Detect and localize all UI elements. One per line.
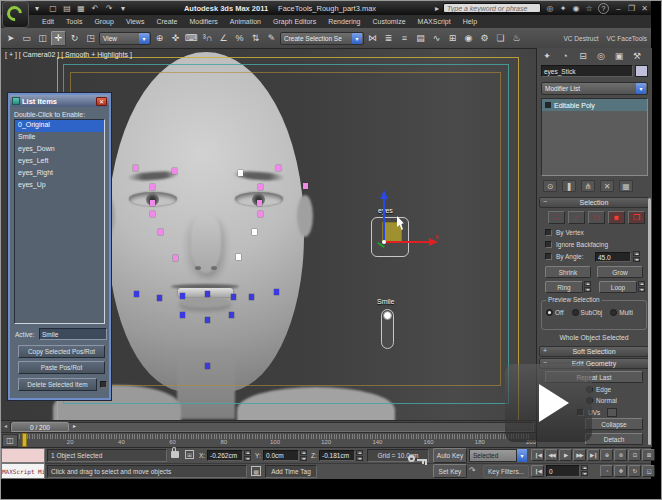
percent-snap-icon[interactable]: % — [232, 31, 247, 46]
vertex-marker[interactable] — [173, 255, 178, 261]
close-icon[interactable]: ✕ — [96, 97, 107, 106]
detach-button[interactable]: Detach — [585, 433, 643, 445]
subscription-center-icon[interactable]: ✦ — [557, 3, 569, 14]
modify-tab-icon[interactable]: ◔ — [557, 49, 573, 62]
chevron-down-icon[interactable]: ▾ — [517, 449, 527, 462]
gizmo-x-axis[interactable] — [385, 241, 429, 243]
object-name-field[interactable]: eyes_Stick — [541, 65, 633, 77]
selection-rollout-header[interactable]: −Selection — [539, 197, 649, 208]
vertex-marker[interactable] — [180, 293, 185, 299]
ignore-backfacing-checkbox[interactable] — [545, 241, 552, 248]
menu-group[interactable]: Group — [89, 17, 118, 26]
preview-option-multi[interactable]: Multi — [610, 309, 633, 316]
list-item[interactable]: eyes_Right — [15, 168, 104, 180]
reference-coordinate-dropdown[interactable]: View▾ — [99, 32, 151, 45]
menu-animation[interactable]: Animation — [225, 17, 266, 26]
grow-button[interactable]: Grow — [597, 266, 643, 278]
material-editor-icon[interactable]: ◉ — [461, 31, 476, 46]
schematic-view-icon[interactable]: ⊞ — [445, 31, 460, 46]
spinner-snap-icon[interactable]: ⇅ — [248, 31, 263, 46]
list-item[interactable]: 0_Original — [15, 120, 104, 132]
help-button[interactable]: ? — [598, 3, 609, 14]
search-input[interactable] — [443, 3, 541, 13]
by-vertex-checkbox[interactable] — [545, 229, 552, 236]
remove-modifier-icon[interactable]: ✕ — [600, 180, 614, 192]
time-slider-track[interactable] — [10, 422, 534, 432]
modifier-list-dropdown[interactable]: Modifier List▾ — [541, 82, 648, 95]
go-to-end-icon[interactable]: ▶❙ — [587, 449, 600, 461]
edit-named-selection-sets-icon[interactable]: ✎ — [264, 31, 279, 46]
viewport-label[interactable]: [ + ] [ Camera02 ] [ Smooth + Highlights… — [5, 51, 132, 58]
ring-spinner[interactable] — [584, 281, 591, 292]
select-and-rotate-icon[interactable]: ↻ — [67, 31, 82, 46]
vertex-marker[interactable] — [238, 170, 243, 176]
previous-frame-icon[interactable]: ◀◀ — [545, 449, 558, 461]
zoom-icon[interactable]: ⊕ — [600, 449, 613, 461]
menu-graph-editors[interactable]: Graph Editors — [268, 17, 321, 26]
polygon-subobject-icon[interactable]: ■ — [608, 211, 625, 224]
maximize-viewport-icon[interactable]: ◱ — [642, 465, 655, 477]
morph-target-list[interactable]: 0_OriginalSmileeyes_Downeyes_Lefteyes_Ri… — [14, 119, 105, 324]
zoom-all-icon[interactable]: ⊛ — [614, 449, 627, 461]
active-value-field[interactable]: Smile — [39, 328, 107, 340]
ring-button[interactable]: Ring — [545, 281, 583, 293]
zoom-region-icon[interactable]: ⊠ — [642, 449, 655, 461]
menu-help[interactable]: Help — [458, 17, 482, 26]
time-tag-icon[interactable]: ▦ — [251, 466, 261, 476]
object-color-swatch[interactable] — [635, 65, 648, 77]
vertex-marker[interactable] — [231, 294, 236, 300]
vertex-marker[interactable] — [205, 317, 210, 323]
vertex-marker[interactable] — [276, 165, 281, 171]
paste-posrot-button[interactable]: Paste Pos/Rot — [18, 361, 105, 374]
render-setup-icon[interactable]: ⚙ — [477, 31, 492, 46]
border-subobject-icon[interactable]: ◇ — [588, 211, 605, 224]
save-file-icon[interactable]: ▦ — [75, 3, 87, 14]
key-mode-toggle-icon[interactable]: ↷ — [469, 466, 476, 475]
loop-spinner[interactable] — [638, 281, 645, 292]
vertex-marker[interactable] — [249, 294, 254, 300]
show-end-result-icon[interactable]: ❚ — [562, 180, 576, 192]
preview-option-off[interactable]: Off — [546, 309, 564, 316]
render-icon[interactable]: ♨ — [509, 31, 524, 46]
vertex-marker[interactable] — [150, 184, 155, 190]
add-time-tag-field[interactable]: Add Time Tag — [265, 465, 317, 478]
collapse-button[interactable]: Collapse — [585, 418, 643, 430]
edge-subobject-icon[interactable]: ∕ — [568, 211, 585, 224]
menu-rendering[interactable]: Rendering — [323, 17, 365, 26]
delete-selected-item-button[interactable]: Delete Selected Item — [18, 378, 97, 391]
create-tab-icon[interactable]: ✦ — [539, 49, 555, 62]
motion-tab-icon[interactable]: ◎ — [593, 49, 609, 62]
preview-option-subobj[interactable]: SubObj — [572, 309, 603, 316]
x-coord-field[interactable]: -0.262cm — [207, 450, 243, 461]
copy-selected-posrot-button[interactable]: Copy Selected Pos/Rot — [18, 345, 105, 358]
vertex-marker[interactable] — [236, 254, 241, 260]
vertex-marker[interactable] — [274, 289, 279, 295]
y-spinner[interactable] — [300, 450, 307, 461]
smile-slider-knob[interactable] — [383, 311, 392, 320]
vertex-marker[interactable] — [180, 312, 185, 318]
delete-confirm-checkbox[interactable] — [100, 381, 107, 388]
time-slider-next-icon[interactable]: ▸ — [70, 422, 79, 432]
maxscript-mini-listener[interactable]: MAXScript Mi — [1, 463, 45, 479]
close-button[interactable]: ✕ — [638, 3, 651, 14]
dialog-title-bar[interactable]: List Items ✕ — [10, 95, 109, 107]
pin-stack-icon[interactable]: ⊙ — [543, 180, 557, 192]
mini-curve-editor-button[interactable]: ◫ — [2, 434, 18, 447]
list-item[interactable]: eyes_Down — [15, 144, 104, 156]
key-filters-button[interactable]: Key Filters... — [483, 465, 529, 478]
set-key-button[interactable]: Set Key — [433, 464, 467, 478]
select-object-icon[interactable]: ➤ — [3, 31, 18, 46]
zoom-extents-icon[interactable]: ⊡ — [628, 449, 641, 461]
vertex-marker[interactable] — [205, 363, 210, 369]
shrink-button[interactable]: Shrink — [545, 266, 591, 278]
menu-tools[interactable]: Tools — [61, 17, 87, 26]
angle-snap-icon[interactable]: ∠ — [216, 31, 231, 46]
display-tab-icon[interactable]: ▣ — [611, 49, 627, 62]
auto-key-button[interactable]: Auto Key — [433, 448, 467, 463]
vertex-marker[interactable] — [258, 211, 263, 217]
rendered-frame-window-icon[interactable]: ❏ — [493, 31, 508, 46]
menu-modifiers[interactable]: Modifiers — [184, 17, 222, 26]
vertex-marker[interactable] — [229, 312, 234, 318]
hierarchy-tab-icon[interactable]: ⊟ — [575, 49, 591, 62]
search-options-icon[interactable]: ◎ — [544, 3, 556, 14]
